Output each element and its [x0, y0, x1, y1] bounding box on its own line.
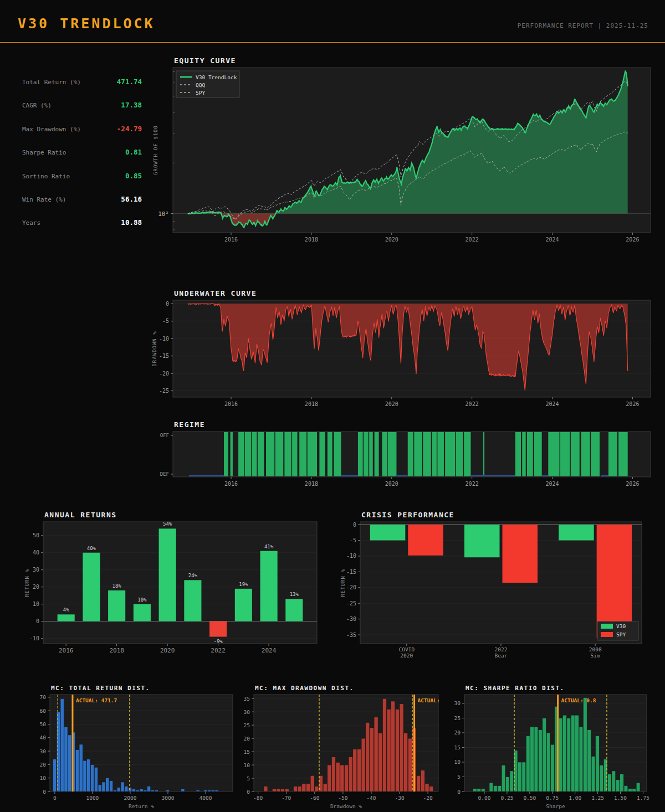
- svg-text:3000: 3000: [162, 795, 175, 801]
- svg-text:-70: -70: [282, 795, 291, 801]
- svg-text:-40: -40: [366, 795, 376, 801]
- regime-on-band: [328, 432, 332, 476]
- report-header: V30 TRENDLOCK PERFORMANCE REPORT | 2025-…: [0, 0, 665, 43]
- regime-on-band: [432, 432, 437, 476]
- hist-bar: [624, 785, 628, 792]
- hist-bar: [353, 749, 357, 792]
- stats-panel: Total Return (%)471.74CAGR (%)17.38Max D…: [22, 78, 142, 242]
- hist-bar: [408, 738, 412, 792]
- hist-bar: [361, 738, 365, 792]
- hist-bar: [79, 744, 83, 792]
- svg-text:15: 15: [244, 749, 250, 755]
- svg-text:2020: 2020: [385, 237, 398, 243]
- hist-bar: [106, 778, 109, 792]
- hist-bar: [281, 789, 285, 792]
- svg-text:2026: 2026: [626, 401, 639, 407]
- hist-bar: [395, 709, 399, 792]
- svg-text:2024: 2024: [545, 401, 559, 407]
- svg-text:-20: -20: [346, 584, 356, 590]
- annual-bar-2017: [83, 553, 100, 621]
- bar-value-label: 24%: [188, 573, 198, 578]
- svg-text:DEF: DEF: [160, 471, 169, 477]
- hist-bar: [600, 765, 603, 792]
- hist-bar: [155, 790, 158, 792]
- mc-max-drawdown-dist-chart: MC: MAX DRAWDOWN DIST.05101520253035ACTU…: [232, 683, 443, 812]
- mc-return-svg: MC: TOTAL RETURN DIST.010203040506070ACT…: [28, 683, 237, 812]
- svg-text:30: 30: [244, 709, 250, 715]
- hist-bar: [587, 730, 591, 792]
- hist-bar: [502, 765, 505, 792]
- hist-bar: [550, 744, 554, 792]
- hist-bar: [616, 780, 620, 792]
- regime-on-band: [445, 432, 455, 476]
- page-title: V30 TRENDLOCK: [18, 16, 155, 32]
- hist-bar: [559, 718, 562, 792]
- stat-row: Sortino Ratio0.85: [22, 172, 142, 195]
- svg-text:-50: -50: [338, 795, 347, 801]
- hist-bar: [382, 698, 386, 792]
- svg-text:2024: 2024: [545, 481, 559, 487]
- hist-bar: [207, 790, 211, 792]
- hist-bar: [125, 786, 128, 792]
- svg-text:-25: -25: [346, 600, 356, 607]
- annual-bar-2020: [159, 528, 176, 621]
- hist-bar: [323, 784, 327, 792]
- hist-bar: [636, 783, 640, 792]
- bar-value-label: 40%: [87, 546, 96, 551]
- crisis-bar-v30-2: [559, 525, 594, 540]
- svg-text:2016: 2016: [224, 237, 238, 243]
- equity-curve-chart: EQUITY CURVE10²201620182020202220242026G…: [149, 55, 654, 248]
- y-axis-label: RETURN %: [24, 568, 30, 597]
- svg-text:30: 30: [40, 748, 47, 754]
- svg-text:20: 20: [40, 762, 47, 768]
- hist-bar: [357, 749, 361, 792]
- svg-text:0: 0: [166, 301, 169, 307]
- regime-on-band: [591, 432, 600, 476]
- hist-bar: [328, 765, 331, 792]
- bar-value-label: 13%: [290, 592, 299, 597]
- actual-value-label: ACTUAL: 471.7: [76, 697, 117, 703]
- annual-bar-2023: [235, 589, 252, 621]
- hist-bar: [366, 722, 370, 792]
- bar-value-label: 4%: [63, 607, 69, 613]
- hist-bar: [68, 735, 71, 792]
- mc-total-return-dist-chart: MC: TOTAL RETURN DIST.010203040506070ACT…: [28, 683, 237, 812]
- hist-bar: [298, 786, 301, 792]
- hist-bar: [374, 717, 378, 792]
- x-axis-label: Drawdown %: [330, 803, 362, 809]
- hist-bar: [294, 786, 298, 792]
- regime-on-band: [364, 432, 369, 476]
- hist-bar: [121, 782, 124, 792]
- regime-on-band: [382, 432, 387, 476]
- stat-label: Sortino Ratio: [22, 173, 70, 180]
- annual-bar-2019: [134, 604, 151, 621]
- svg-text:1.25: 1.25: [591, 795, 604, 801]
- chart-title: MC: TOTAL RETURN DIST.: [51, 685, 150, 692]
- bar-value-label: 41%: [264, 544, 274, 549]
- mc-sharpe-svg: MC: SHARPE RATIO DIST.051015202530ACTUAL…: [442, 683, 651, 812]
- svg-text:2022Bear: 2022Bear: [495, 646, 508, 659]
- hist-bar: [331, 757, 335, 792]
- performance-report-page: { "header": { "title": "V30 TRENDLOCK", …: [0, 0, 665, 812]
- regime-on-band: [308, 432, 317, 476]
- regime-on-band: [483, 432, 484, 476]
- hist-bar: [628, 789, 632, 792]
- svg-text:2000: 2000: [124, 795, 136, 801]
- hist-bar: [518, 762, 522, 792]
- svg-text:COVID2020: COVID2020: [399, 646, 415, 659]
- svg-text:2026: 2026: [626, 237, 639, 243]
- svg-text:35: 35: [244, 696, 250, 702]
- regime-on-band: [275, 432, 283, 476]
- hist-bar: [315, 786, 319, 792]
- y-axis-label: RETURN %: [340, 568, 346, 597]
- regime-on-band: [534, 432, 542, 476]
- regime-on-band: [571, 432, 580, 476]
- hist-bar: [132, 789, 135, 792]
- regime-on-band: [238, 432, 244, 476]
- hist-bar: [608, 774, 612, 792]
- hist-bar: [57, 712, 60, 792]
- svg-text:-10: -10: [29, 635, 39, 641]
- mc-drawdown-svg: MC: MAX DRAWDOWN DIST.05101520253035ACTU…: [232, 683, 443, 812]
- svg-text:10: 10: [454, 759, 461, 765]
- svg-text:2018: 2018: [109, 647, 124, 654]
